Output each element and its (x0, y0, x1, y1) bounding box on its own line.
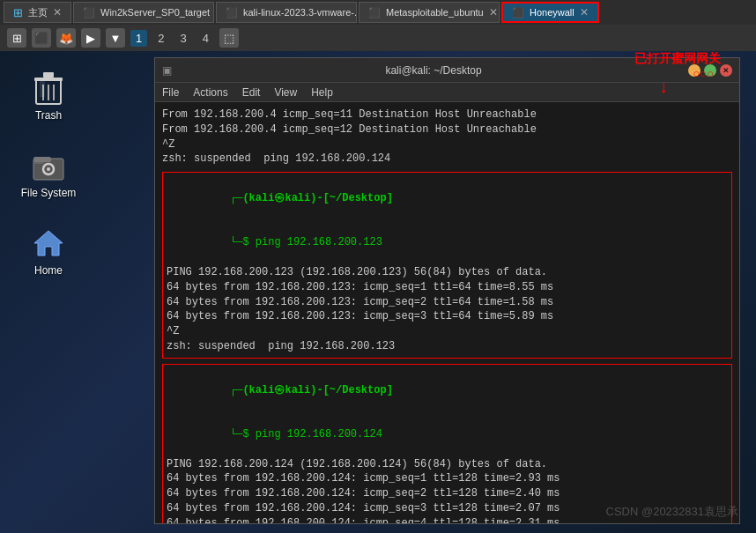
menu-help[interactable]: Help (311, 86, 333, 99)
section2-prompt-user: ┌─(kali㉿kali)-[~/Desktop] (230, 384, 393, 396)
section1-cmd-line: └─$ ping 192.168.200.123 (167, 221, 728, 265)
browser-toolbar: ⊞ ⬛ 🦊 ▶ ▼ 1 2 3 4 ⬚ (0, 25, 756, 51)
section1-cmd: $ ping 192.168.200.123 (242, 236, 382, 248)
section2-prompt-line: ┌─(kali㉿kali)-[~/Desktop] (167, 368, 728, 412)
annotation: 已打开蜜网网关 ○○○ ↓ (634, 51, 721, 97)
svg-rect-2 (43, 72, 54, 78)
desktop-icon-home[interactable]: Home (18, 226, 79, 277)
taskbar-tabs: ⊞ 主页 ✕ ⬛ Win2kServer_SP0_target ✕ ⬛ kali… (0, 2, 599, 23)
section2-line-2: 64 bytes from 192.168.200.124: icmp_seq=… (167, 486, 728, 501)
section2-line-0: PING 192.168.200.124 (192.168.200.124) 5… (167, 457, 728, 472)
tab-homepage[interactable]: ⊞ 主页 ✕ (4, 2, 71, 23)
annotation-circles: ○○○ (693, 67, 714, 80)
section1-line-2: 64 bytes from 192.168.200.123: icmp_seq=… (167, 295, 728, 310)
tab-meta-close[interactable]: ✕ (489, 6, 498, 19)
home-icon (31, 226, 66, 261)
section1-prompt-user: ┌─(kali㉿kali)-[~/Desktop] (230, 192, 393, 204)
page-2[interactable]: 2 (152, 30, 169, 47)
tab-win2k-icon: ⬛ (83, 7, 95, 19)
terminal-icon: ▣ (162, 64, 172, 77)
tab-meta-label: Metasploitable_ubuntu (386, 7, 484, 18)
section1-line-0: PING 192.168.200.123 (192.168.200.123) 5… (167, 265, 728, 280)
page-3[interactable]: 3 (174, 30, 191, 47)
nav-icon2[interactable]: 🦊 (56, 28, 76, 48)
tab-honeywall-icon: ⬛ (512, 7, 524, 19)
svg-rect-6 (40, 81, 45, 97)
trash-icon (31, 70, 66, 106)
svg-point-11 (47, 167, 50, 171)
terminal-close-btn[interactable]: ✕ (720, 64, 732, 77)
section1-line-3: 64 bytes from 192.168.200.123: icmp_seq=… (167, 309, 728, 324)
tab-honeywall-close[interactable]: ✕ (580, 6, 589, 19)
desktop: ⊞ 主页 ✕ ⬛ Win2kServer_SP0_target ✕ ⬛ kali… (0, 0, 756, 533)
filesystem-icon (31, 148, 66, 183)
vm-icon-btn[interactable]: ⊞ (7, 28, 26, 48)
section2-cmd-line: └─$ ping 192.168.200.124 (167, 412, 728, 456)
tab-homepage-icon: ⊞ (13, 6, 23, 19)
desktop-icon-filesystem[interactable]: File System (18, 148, 79, 199)
annotation-text: 已打开蜜网网关 (634, 51, 721, 67)
trash-label: Trash (35, 109, 62, 122)
section2-dollar: └─ (230, 428, 242, 440)
menu-edit[interactable]: Edit (242, 86, 261, 99)
menu-actions[interactable]: Actions (193, 86, 227, 99)
tab-metasploitable[interactable]: ⬛ Metasploitable_ubuntu ✕ (359, 2, 500, 23)
output-line-1: From 192.168.200.4 icmp_seq=11 Destinati… (162, 107, 732, 122)
menu-view[interactable]: View (274, 86, 297, 99)
section1-line-5: zsh: suspended ping 192.168.200.123 (167, 339, 728, 354)
page-1[interactable]: 1 (130, 30, 147, 47)
section1-prompt-line: ┌─(kali㉿kali)-[~/Desktop] (167, 176, 728, 220)
tab-homepage-label: 主页 (28, 6, 48, 19)
terminal-title: kali@kali: ~/Desktop (179, 64, 688, 77)
tab-kali-label: kali-linux-2023.3-vmware-... (243, 7, 357, 18)
nav-icon1[interactable]: ⬛ (32, 28, 51, 48)
ping-section-2: ┌─(kali㉿kali)-[~/Desktop] └─$ ping 192.1… (162, 364, 732, 523)
svg-rect-9 (33, 157, 51, 162)
taskbar: ⊞ 主页 ✕ ⬛ Win2kServer_SP0_target ✕ ⬛ kali… (0, 0, 756, 25)
tab-honeywall[interactable]: ⬛ Honeywall ✕ (501, 2, 599, 23)
svg-rect-1 (34, 78, 63, 81)
section2-cmd: $ ping 192.168.200.124 (242, 428, 382, 440)
tab-homepage-close[interactable]: ✕ (53, 6, 62, 19)
desktop-icon-area: Trash File System Home (18, 70, 79, 277)
output-line-4: zsh: suspended ping 192.168.200.124 (162, 152, 732, 167)
ping-section-1: ┌─(kali㉿kali)-[~/Desktop] └─$ ping 192.1… (162, 172, 732, 359)
tab-win2k[interactable]: ⬛ Win2kServer_SP0_target ✕ (73, 2, 214, 23)
tab-kali-icon: ⬛ (226, 7, 238, 19)
tab-win2k-label: Win2kServer_SP0_target (100, 7, 210, 18)
section2-line-1: 64 bytes from 192.168.200.124: icmp_seq=… (167, 471, 728, 486)
home-label: Home (34, 264, 63, 277)
menu-file[interactable]: File (162, 86, 179, 99)
tab-honeywall-label: Honeywall (530, 7, 574, 18)
section1-dollar: └─ (230, 236, 242, 248)
nav-icon3[interactable]: ▶ (81, 28, 100, 48)
desktop-icon-trash[interactable]: Trash (18, 70, 79, 122)
output-line-3: ^Z (162, 137, 732, 152)
filesystem-label: File System (21, 187, 77, 199)
svg-marker-12 (34, 231, 63, 255)
page-4[interactable]: 4 (197, 30, 214, 47)
tab-kali[interactable]: ⬛ kali-linux-2023.3-vmware-... ✕ (216, 2, 357, 23)
section1-line-4: ^Z (167, 324, 728, 339)
watermark: CSDN @20232831袁思承 (606, 504, 738, 520)
terminal-content[interactable]: From 192.168.200.4 icmp_seq=11 Destinati… (155, 102, 739, 523)
arrow-down-icon: ↓ (659, 77, 668, 97)
dropdown-btn[interactable]: ▼ (106, 28, 125, 48)
section1-line-1: 64 bytes from 192.168.200.123: icmp_seq=… (167, 280, 728, 295)
tab-meta-icon: ⬛ (368, 7, 381, 19)
nav-icon4[interactable]: ⬚ (219, 28, 239, 48)
terminal-window: ▣ kali@kali: ~/Desktop ✕ File Actions Ed… (154, 57, 740, 524)
output-line-2: From 192.168.200.4 icmp_seq=12 Destinati… (162, 122, 732, 137)
